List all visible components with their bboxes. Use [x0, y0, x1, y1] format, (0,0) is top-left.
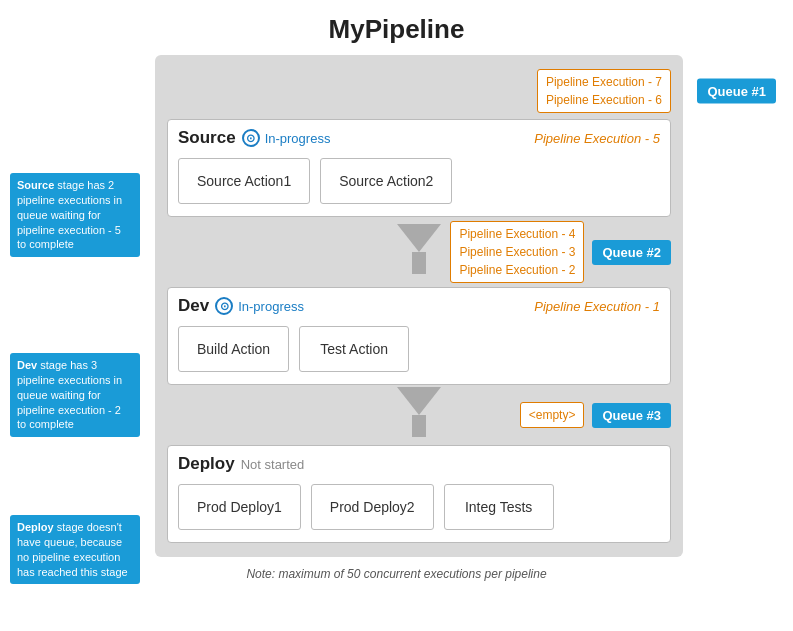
- deploy-actions-row: Prod Deploy1 Prod Deploy2 Integ Tests: [178, 484, 660, 530]
- queue-2-container: Pipeline Execution - 4Pipeline Execution…: [450, 221, 671, 283]
- deploy-action-2: Prod Deploy2: [311, 484, 434, 530]
- deploy-stage: Deploy Not started Prod Deploy1 Prod Dep…: [167, 445, 671, 543]
- dev-actions-row: Build Action Test Action: [178, 326, 660, 372]
- sidebar-note-deploy: Deploy stage doesn't have queue, because…: [10, 515, 140, 584]
- source-status-icon: ⊙: [242, 129, 260, 147]
- source-status-text: In-progress: [265, 131, 331, 146]
- dev-execution-label: Pipeline Execution - 1: [534, 299, 660, 314]
- source-actions-row: Source Action1 Source Action2: [178, 158, 660, 204]
- queue-3-container: <empty> Queue #3: [520, 402, 671, 428]
- dev-stage: Dev ⊙ In-progress Pipeline Execution - 1…: [167, 287, 671, 385]
- deploy-action-1: Prod Deploy1: [178, 484, 301, 530]
- source-stage: Source ⊙ In-progress Pipeline Execution …: [167, 119, 671, 217]
- queue-1-row: Pipeline Execution - 7Pipeline Execution…: [167, 69, 671, 113]
- dev-stage-header: Dev ⊙ In-progress Pipeline Execution - 1: [178, 296, 660, 316]
- arrow-head-2: [397, 387, 441, 415]
- sidebar-note-dev: Dev stage has 3 pipeline executions in q…: [10, 353, 140, 437]
- queue-2-badge: Queue #2: [592, 240, 671, 265]
- queue-3-badge: Queue #3: [592, 403, 671, 428]
- arrow-stem-1: [412, 252, 426, 274]
- dev-action-2: Test Action: [299, 326, 409, 372]
- deploy-action-3: Integ Tests: [444, 484, 554, 530]
- sidebar-note-source: Source stage has 2 pipeline executions i…: [10, 173, 140, 257]
- source-stage-header: Source ⊙ In-progress Pipeline Execution …: [178, 128, 660, 148]
- page-title: MyPipeline: [0, 0, 793, 55]
- dev-action-1: Build Action: [178, 326, 289, 372]
- dev-status-text: In-progress: [238, 299, 304, 314]
- queue-3-executions: <empty>: [520, 402, 585, 428]
- queue-2-executions: Pipeline Execution - 4Pipeline Execution…: [450, 221, 584, 283]
- arrow-2-container: <empty> Queue #3: [167, 385, 671, 445]
- queue-1-executions: Pipeline Execution - 7Pipeline Execution…: [537, 69, 671, 113]
- arrow-stem-2: [412, 415, 426, 437]
- dev-stage-name: Dev: [178, 296, 209, 316]
- deploy-stage-header: Deploy Not started: [178, 454, 660, 474]
- source-stage-name: Source: [178, 128, 236, 148]
- dev-status-icon: ⊙: [215, 297, 233, 315]
- source-action-1: Source Action1: [178, 158, 310, 204]
- source-action-2: Source Action2: [320, 158, 452, 204]
- deploy-stage-name: Deploy: [178, 454, 235, 474]
- arrow-1-container: Pipeline Execution - 4Pipeline Execution…: [167, 217, 671, 287]
- arrow-head-1: [397, 224, 441, 252]
- source-execution-label: Pipeline Execution - 5: [534, 131, 660, 146]
- deploy-status-text: Not started: [241, 457, 305, 472]
- main-container: Source stage has 2 pipeline executions i…: [0, 55, 793, 585]
- pipeline-box: Pipeline Execution - 7Pipeline Execution…: [155, 55, 683, 557]
- queue-1-badge: Queue #1: [697, 79, 776, 104]
